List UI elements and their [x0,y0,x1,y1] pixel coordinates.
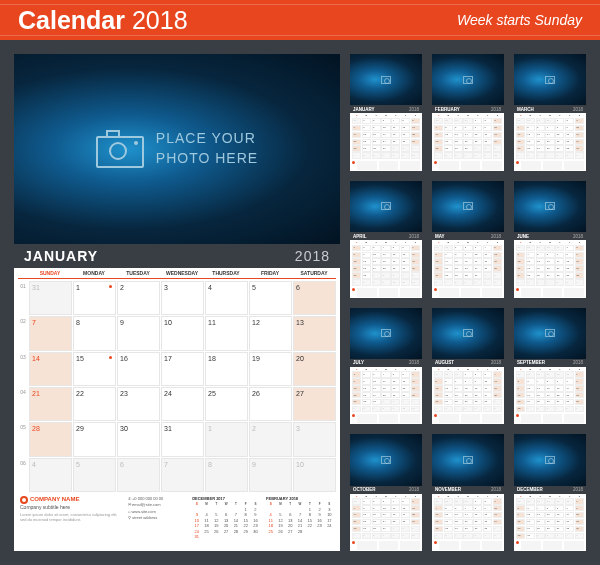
thumb-title-bar: JANUARY2018 [350,105,422,113]
mini-cell: 14 [295,518,304,523]
main-calendar: PLACE YOUR PHOTO HERE JANUARY 2018 SUNDA… [14,54,340,551]
thumb-year: 2018 [409,234,419,239]
company-logo-icon [352,414,355,417]
calendar-cell[interactable]: 8 [205,458,248,492]
calendar-cell[interactable]: 1 [205,422,248,456]
thumb-october[interactable]: OCTOBER2018 SMTWTFS301234567891011121314… [350,434,422,551]
calendar-cell[interactable]: 2 [117,281,160,315]
calendar-cell[interactable]: 9 [249,458,292,492]
mini-cell: 24 [325,523,334,528]
mini-cell: 27 [286,529,295,534]
mini-cell [286,507,295,512]
calendar-cell[interactable]: 2 [249,422,292,456]
calendar-cell[interactable]: 3 [161,281,204,315]
thumb-title-bar: MAY2018 [432,232,504,240]
mini-cell: 7 [231,512,240,517]
mini-cell: 23 [315,523,324,528]
thumb-month-name: SEPTEMBER [517,360,545,365]
thumb-footer [350,287,422,298]
thumb-photo [432,54,504,105]
mini-cell: 21 [231,523,240,528]
mini-cell: 16 [315,518,324,523]
thumb-photo [432,434,504,485]
camera-icon [545,456,555,464]
calendar-cell[interactable]: 4 [205,281,248,315]
calendar-cell[interactable]: 13 [293,316,336,350]
calendar-cell[interactable]: 9 [117,316,160,350]
calendar-cell[interactable]: 23 [117,387,160,421]
thumb-july[interactable]: JULY2018 SMTWTFS123456789101112131415161… [350,308,422,425]
mini-cell: 12 [276,518,285,523]
calendar-cell[interactable]: 24 [161,387,204,421]
mini-cell: 18 [266,523,275,528]
thumb-june[interactable]: JUNE2018 SMTWTFS272829303112345678910111… [514,181,586,298]
calendar-cell[interactable]: 12 [249,316,292,350]
calendar-cell[interactable]: 18 [205,352,248,386]
calendar-cell[interactable]: 7 [29,316,72,350]
calendar-cell[interactable]: 11 [205,316,248,350]
calendar-cell[interactable]: 8 [73,316,116,350]
mini-cell: 28 [231,529,240,534]
calendar-cell[interactable]: 4 [29,458,72,492]
calendar-cell[interactable]: 5 [73,458,116,492]
calendar-cell[interactable]: 3 [293,422,336,456]
calendar-cell[interactable]: 1 [73,281,116,315]
calendar-cell[interactable]: 16 [117,352,160,386]
calendar-cell[interactable]: 29 [73,422,116,456]
thumb-photo [514,54,586,105]
mini-cell: 14 [231,518,240,523]
calendar-cell[interactable]: 28 [29,422,72,456]
calendar-cell[interactable]: 19 [249,352,292,386]
calendar-cell[interactable]: 17 [161,352,204,386]
calendar-cell[interactable]: 31 [29,281,72,315]
calendar-cell[interactable]: 5 [249,281,292,315]
calendar-grid: 0131123456027891011121303141516171819200… [14,279,340,493]
calendar-cell[interactable]: 6 [293,281,336,315]
thumb-footer [432,287,504,298]
thumb-title-bar: MARCH2018 [514,105,586,113]
thumb-february[interactable]: FEBRUARY2018 SMTWTFS28293031123456789101… [432,54,504,171]
thumb-year: 2018 [491,234,501,239]
thumb-month-name: JANUARY [353,107,375,112]
mini-cell: 11 [202,518,211,523]
content-panel: PLACE YOUR PHOTO HERE JANUARY 2018 SUNDA… [0,40,600,565]
calendar-cell[interactable]: 15 [73,352,116,386]
company-logo-icon [352,541,355,544]
thumb-grid: SMTWTFS282930311234567891011121314151617… [432,113,504,159]
thumb-footer [514,540,586,551]
calendar-cell[interactable]: 7 [161,458,204,492]
mini-cell: 21 [295,523,304,528]
thumb-september[interactable]: SEPTEMBER2018 SMTWTFS2627282930311234567… [514,308,586,425]
thumb-december[interactable]: DECEMBER2018 SMTWTFS25262728293012345678… [514,434,586,551]
mini-cell: 5 [212,512,221,517]
month-title-bar: JANUARY 2018 [14,244,340,268]
mini-cell: 2 [315,507,324,512]
thumb-march[interactable]: MARCH2018 SMTWTFS25262728123456789101112… [514,54,586,171]
calendar-cell[interactable]: 22 [73,387,116,421]
calendar-cell[interactable]: 26 [249,387,292,421]
thumb-january[interactable]: JANUARY2018 SMTWTFS311234567891011121314… [350,54,422,171]
day-header-cell: MONDAY [72,270,116,276]
calendar-cell[interactable]: 10 [293,458,336,492]
photo-placeholder[interactable]: PLACE YOUR PHOTO HERE [14,54,340,244]
calendar-cell[interactable]: 20 [293,352,336,386]
calendar-cell[interactable]: 21 [29,387,72,421]
mini-next-name: FEBRUARY 2018 [266,496,334,501]
thumb-april[interactable]: APRIL2018 SMTWTFS12345678910111213141516… [350,181,422,298]
calendar-cell[interactable]: 6 [117,458,160,492]
company-logo-icon [434,541,437,544]
calendar-cell[interactable]: 27 [293,387,336,421]
thumb-august[interactable]: AUGUST2018 SMTWTFS2930311234567891011121… [432,308,504,425]
calendar-cell[interactable]: 31 [161,422,204,456]
calendar-cell[interactable]: 25 [205,387,248,421]
mini-cell: 2 [251,507,260,512]
mini-cell: 13 [286,518,295,523]
thumb-may[interactable]: MAY2018 SMTWTFS2930123456789101112131415… [432,181,504,298]
thumb-month-name: APRIL [353,234,367,239]
thumb-november[interactable]: NOVEMBER2018 SMTWTFS28293031123456789101… [432,434,504,551]
calendar-cell[interactable]: 30 [117,422,160,456]
calendar-cell[interactable]: 14 [29,352,72,386]
thumb-month-name: OCTOBER [353,487,375,492]
thumb-footer [432,160,504,171]
calendar-cell[interactable]: 10 [161,316,204,350]
